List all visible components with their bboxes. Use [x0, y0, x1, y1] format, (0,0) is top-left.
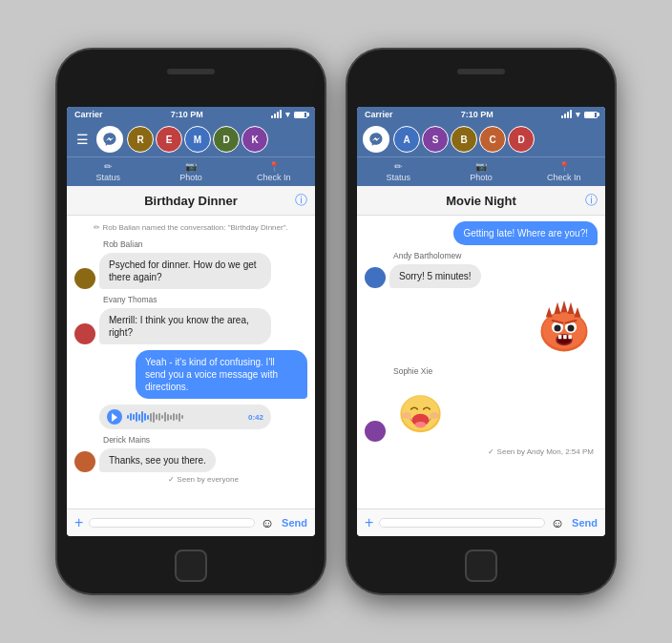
phone-2: Carrier 7:10 PM ▾ — [347, 50, 615, 593]
avatar-p2-3: B — [451, 126, 477, 153]
status-right-2: ▾ — [561, 110, 598, 119]
sticker-angry — [531, 294, 598, 361]
signal-icon-2 — [561, 111, 572, 118]
avatar-1: R — [127, 126, 154, 153]
nav-tabs-2: ✏ Status 📷 Photo 📍 Check In — [357, 156, 605, 186]
nav-tab-checkin-1[interactable]: 📍 Check In — [232, 157, 315, 186]
hamburger-icon-1[interactable]: ☰ — [73, 130, 93, 149]
svg-marker-5 — [561, 301, 568, 312]
bubble-evany: Merrill: I think you know the area, righ… — [99, 308, 271, 344]
avatar-evany — [74, 323, 95, 344]
info-icon-1[interactable]: ⓘ — [295, 192, 307, 209]
msg-row-rob: Psyched for dinner. How do we get there … — [74, 253, 307, 289]
nav-tab-status-2[interactable]: ✏ Status — [357, 157, 440, 186]
sticker-happy — [389, 380, 452, 442]
svg-point-24 — [430, 412, 439, 419]
text-input-1[interactable] — [89, 518, 254, 528]
svg-point-23 — [402, 412, 411, 419]
status-label-1: Status — [96, 173, 121, 182]
conv-header-2: Movie Night ⓘ — [357, 186, 605, 216]
plus-button-2[interactable]: + — [363, 514, 375, 531]
nav-tab-checkin-2[interactable]: 📍 Check In — [522, 157, 605, 186]
avatar-row-1: ☰ R E M D K — [67, 122, 315, 156]
plus-button-1[interactable]: + — [73, 514, 85, 531]
svg-rect-18 — [568, 335, 572, 339]
status-icon-1: ✏ — [104, 161, 112, 172]
avatar-p2-2: S — [422, 126, 449, 153]
avatar-4: D — [213, 126, 240, 153]
send-button-1[interactable]: Send — [280, 517, 309, 529]
checkin-icon-1: 📍 — [268, 161, 280, 172]
nav-tab-status-1[interactable]: ✏ Status — [67, 157, 150, 186]
info-icon-2[interactable]: ⓘ — [585, 192, 598, 209]
svg-point-10 — [555, 324, 561, 331]
emoji-button-1[interactable]: ☺ — [259, 515, 276, 530]
nav-tab-photo-1[interactable]: 📷 Photo — [150, 157, 233, 186]
messages-area-1: ✏ Rob Balian named the conversation: "Bi… — [67, 216, 315, 508]
send-button-2[interactable]: Send — [570, 517, 599, 529]
msg-group-sophie: Sophie Xie — [365, 366, 598, 442]
messenger-logo-1[interactable] — [96, 126, 123, 153]
photo-icon-2: 📷 — [475, 161, 487, 172]
msg-group-sent-1: Yeah - it's kind of confusing. I'll send… — [74, 350, 307, 399]
avatar-2: E — [156, 126, 182, 153]
msg-row-evany: Merrill: I think you know the area, righ… — [74, 308, 307, 344]
conv-header-1: Birthday Dinner ⓘ — [67, 186, 315, 216]
seen-andy: ✓ Seen by Andy Mon, 2:54 PM — [365, 447, 598, 456]
avatar-p2-4: C — [479, 126, 506, 153]
battery-icon-1 — [294, 112, 307, 118]
svg-rect-17 — [563, 335, 567, 339]
avatar-p2-5: D — [508, 126, 535, 153]
time-label-1: 7:10 PM — [171, 110, 203, 119]
messages-area-2: Getting late! Where are you?! Andy Barth… — [357, 216, 605, 508]
voice-message[interactable]: 0:42 — [99, 404, 271, 429]
checkin-icon-2: 📍 — [558, 161, 570, 172]
messenger-logo-2[interactable] — [363, 126, 389, 153]
emoji-button-2[interactable]: ☺ — [549, 515, 566, 530]
avatar-5: K — [242, 126, 268, 153]
msg-row-andy: Sorry! 5 minutes! — [365, 264, 598, 288]
conv-title-1: Birthday Dinner — [144, 194, 238, 208]
bubble-sent-1: Yeah - it's kind of confusing. I'll send… — [136, 350, 307, 399]
svg-marker-7 — [575, 307, 581, 318]
avatar-3: M — [184, 126, 211, 153]
input-bar-1: + ☺ Send — [67, 508, 315, 536]
status-label-2: Status — [387, 173, 411, 182]
svg-point-22 — [415, 422, 426, 428]
nav-tabs-1: ✏ Status 📷 Photo 📍 Check In — [67, 156, 315, 186]
play-button[interactable] — [107, 409, 122, 425]
bubble-rob: Psyched for dinner. How do we get there … — [99, 253, 271, 289]
msg-group-rob: Rob Balian Psyched for dinner. How do we… — [74, 239, 307, 289]
msg-row-sent-p2: Getting late! Where are you?! — [365, 221, 598, 245]
avatar-p2-1: A — [393, 126, 420, 153]
carrier-label-1: Carrier — [74, 110, 103, 119]
text-input-2[interactable] — [379, 518, 544, 528]
photo-icon-1: 📷 — [185, 161, 197, 172]
sender-evany: Evany Thomas — [103, 295, 307, 304]
wifi-icon-2: ▾ — [576, 110, 580, 119]
sticker-angry-container — [365, 294, 598, 361]
svg-point-11 — [568, 324, 575, 331]
checkin-label-2: Check In — [547, 173, 581, 182]
phone-speaker — [167, 69, 215, 74]
avatar-andy — [365, 267, 386, 288]
msg-group-sent-p2: Getting late! Where are you?! — [365, 221, 598, 245]
msg-row-derick: Thanks, see you there. — [74, 448, 307, 472]
home-button-2[interactable] — [465, 550, 497, 582]
photo-label-1: Photo — [179, 173, 202, 182]
signal-icon-1 — [271, 111, 282, 118]
messenger-header-1: ☰ R E M D K ✏ Status — [67, 122, 315, 186]
svg-marker-0 — [112, 413, 117, 422]
home-button-1[interactable] — [175, 550, 207, 582]
input-bar-2: + ☺ Send — [357, 508, 605, 536]
nav-tab-photo-2[interactable]: 📷 Photo — [440, 157, 523, 186]
msg-row-sophie — [365, 380, 598, 442]
voice-duration: 0:42 — [248, 413, 263, 422]
phone-speaker-2 — [457, 69, 505, 74]
svg-marker-6 — [568, 302, 575, 314]
messenger-header-2: A S B C D ✏ Status 📷 Photo 📍 C — [357, 122, 605, 186]
bubble-derick: Thanks, see you there. — [99, 448, 216, 472]
msg-group-andy: Andy Bartholomew Sorry! 5 minutes! — [365, 251, 598, 288]
status-icon-2: ✏ — [394, 161, 402, 172]
bubble-andy: Sorry! 5 minutes! — [389, 264, 481, 288]
